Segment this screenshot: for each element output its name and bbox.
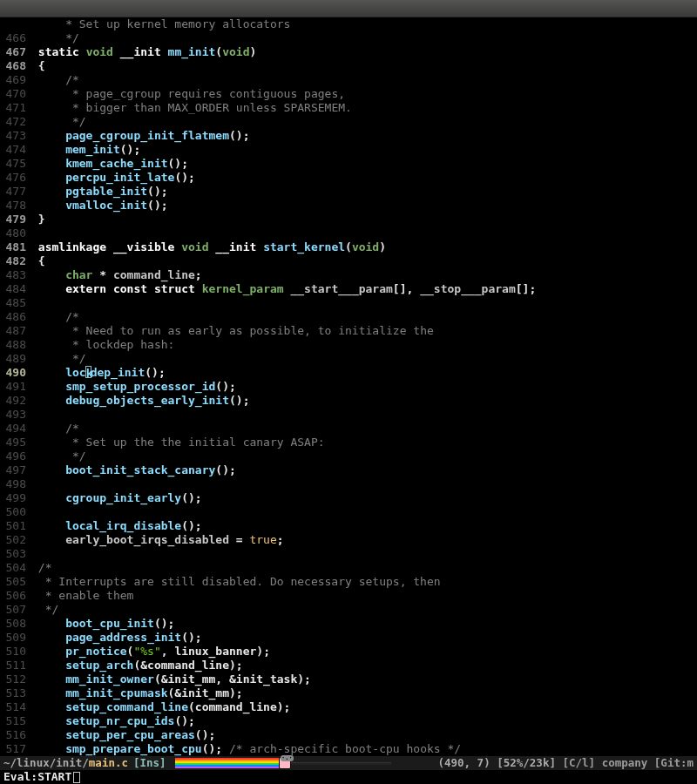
- code-line[interactable]: 496 */: [0, 449, 697, 463]
- line-number: 475: [0, 157, 31, 171]
- code-line[interactable]: 481 asmlinkage __visible void __init sta…: [0, 240, 697, 254]
- line-number: 474: [0, 143, 31, 157]
- code-line[interactable]: 471 * bigger than MAX_ORDER unless SPARS…: [0, 101, 697, 115]
- line-number: 472: [0, 115, 31, 129]
- code-text: setup_arch(&command_line);: [31, 659, 243, 672]
- code-line[interactable]: 482 {: [0, 254, 697, 268]
- line-number: 498: [0, 477, 31, 491]
- code-line[interactable]: 512 mm_init_owner(&init_mm, &init_task);: [0, 672, 697, 686]
- code-line[interactable]: 487 * Need to run as early as possible, …: [0, 324, 697, 338]
- code-text: mm_init_cpumask(&init_mm);: [31, 686, 243, 700]
- nyan-cat-progress: [175, 758, 391, 768]
- code-text: }: [31, 213, 45, 226]
- line-number: 517: [0, 742, 31, 756]
- code-line[interactable]: 513 mm_init_cpumask(&init_mm);: [0, 686, 697, 700]
- code-line[interactable]: 500: [0, 505, 697, 519]
- modeline-position: (490, 7): [437, 756, 490, 770]
- code-line[interactable]: 511 setup_arch(&command_line);: [0, 659, 697, 672]
- code-line[interactable]: 510 pr_notice("%s", linux_banner);: [0, 645, 697, 659]
- code-line[interactable]: 472 */: [0, 115, 697, 129]
- code-line[interactable]: 466 */: [0, 31, 697, 45]
- line-number: 510: [0, 645, 31, 659]
- code-line[interactable]: 494 /*: [0, 422, 697, 436]
- code-text: * bigger than MAX_ORDER unless SPARSEMEM…: [31, 101, 352, 115]
- code-line[interactable]: * Set up kernel memory allocators: [0, 17, 697, 31]
- minibuffer-prompt: Eval:: [3, 770, 37, 784]
- minibuffer[interactable]: Eval: START: [0, 770, 697, 784]
- line-number: 502: [0, 533, 31, 547]
- code-line[interactable]: 467 static void __init mm_init(void): [0, 45, 697, 59]
- code-line[interactable]: 491 smp_setup_processor_id();: [0, 380, 697, 394]
- line-number: 482: [0, 254, 31, 268]
- window-titlebar[interactable]: [0, 0, 697, 17]
- code-line[interactable]: 515 setup_nr_cpu_ids();: [0, 714, 697, 728]
- code-line[interactable]: 469 /*: [0, 73, 697, 87]
- code-text: mem_init();: [31, 143, 140, 157]
- modeline-path: ~/linux/init/: [3, 756, 89, 770]
- line-number: 511: [0, 659, 31, 672]
- code-line[interactable]: 476 percpu_init_late();: [0, 171, 697, 185]
- line-number: 499: [0, 491, 31, 505]
- line-number: 481: [0, 240, 31, 254]
- code-line[interactable]: 488 * lockdep hash:: [0, 338, 697, 352]
- code-line[interactable]: 499 cgroup_init_early();: [0, 491, 697, 505]
- code-line[interactable]: 502 early_boot_irqs_disabled = true;: [0, 533, 697, 547]
- nyan-track: [291, 762, 391, 765]
- line-number: 486: [0, 310, 31, 324]
- code-text: * Set up kernel memory allocators: [31, 17, 290, 31]
- code-line[interactable]: 483 char * command_line;: [0, 268, 697, 282]
- code-line[interactable]: 485: [0, 296, 697, 310]
- code-text: mm_init_owner(&init_mm, &init_task);: [31, 672, 311, 686]
- code-line[interactable]: 508 boot_cpu_init();: [0, 617, 697, 631]
- line-number: 497: [0, 463, 31, 477]
- code-text: * Interrupts are still disabled. Do nece…: [31, 575, 441, 589]
- code-line[interactable]: 505 * Interrupts are still disabled. Do …: [0, 575, 697, 589]
- nyan-cat-icon: [279, 757, 291, 769]
- code-editor[interactable]: * Set up kernel memory allocators466 */4…: [0, 17, 697, 756]
- code-line[interactable]: 478 vmalloc_init();: [0, 199, 697, 213]
- code-line[interactable]: 484 extern const struct kernel_param __s…: [0, 282, 697, 296]
- line-number: 494: [0, 422, 31, 436]
- code-text: {: [31, 59, 45, 73]
- minibuffer-input[interactable]: START: [37, 770, 71, 784]
- code-line[interactable]: 503: [0, 547, 697, 561]
- code-line[interactable]: 468 {: [0, 59, 697, 73]
- code-line[interactable]: 506 * enable them: [0, 589, 697, 603]
- code-line[interactable]: 514 setup_command_line(command_line);: [0, 700, 697, 714]
- line-number: 470: [0, 87, 31, 101]
- code-text: * enable them: [31, 589, 133, 603]
- code-line[interactable]: 480: [0, 226, 697, 240]
- code-line[interactable]: 477 pgtable_init();: [0, 185, 697, 199]
- code-line[interactable]: 501 local_irq_disable();: [0, 519, 697, 533]
- line-number: 500: [0, 505, 31, 519]
- code-line[interactable]: 493: [0, 408, 697, 422]
- code-line[interactable]: 479 }: [0, 213, 697, 226]
- code-text: * lockdep hash:: [31, 338, 174, 352]
- code-line[interactable]: 470 * page_cgroup requires contiguous pa…: [0, 87, 697, 101]
- code-line[interactable]: 486 /*: [0, 310, 697, 324]
- line-number: 469: [0, 73, 31, 87]
- code-line[interactable]: 507 */: [0, 603, 697, 617]
- line-number: 480: [0, 226, 31, 240]
- code-line[interactable]: 473 page_cgroup_init_flatmem();: [0, 129, 697, 143]
- code-line[interactable]: 489 */: [0, 352, 697, 366]
- code-text: /*: [31, 561, 51, 575]
- modeline: ~/linux/init/main.c [Ins] (490, 7) [52%/…: [0, 756, 697, 770]
- code-text: setup_nr_cpu_ids();: [31, 714, 195, 728]
- code-line[interactable]: 516 setup_per_cpu_areas();: [0, 728, 697, 742]
- modeline-percent: [52%/23k]: [497, 756, 556, 770]
- code-line[interactable]: 509 page_address_init();: [0, 631, 697, 645]
- code-line[interactable]: 495 * Set up the the initial canary ASAP…: [0, 436, 697, 449]
- code-line[interactable]: 497 boot_init_stack_canary();: [0, 463, 697, 477]
- code-line[interactable]: 504 /*: [0, 561, 697, 575]
- code-line[interactable]: 498: [0, 477, 697, 491]
- code-line[interactable]: 517 smp_prepare_boot_cpu(); /* arch-spec…: [0, 742, 697, 756]
- code-line[interactable]: 492 debug_objects_early_init();: [0, 394, 697, 408]
- code-line[interactable]: 474 mem_init();: [0, 143, 697, 157]
- code-text: vmalloc_init();: [31, 199, 168, 213]
- code-text: percpu_init_late();: [31, 171, 195, 185]
- line-number: 468: [0, 59, 31, 73]
- code-line[interactable]: 490 lockdep_init();: [0, 366, 697, 380]
- line-number: 507: [0, 603, 31, 617]
- code-line[interactable]: 475 kmem_cache_init();: [0, 157, 697, 171]
